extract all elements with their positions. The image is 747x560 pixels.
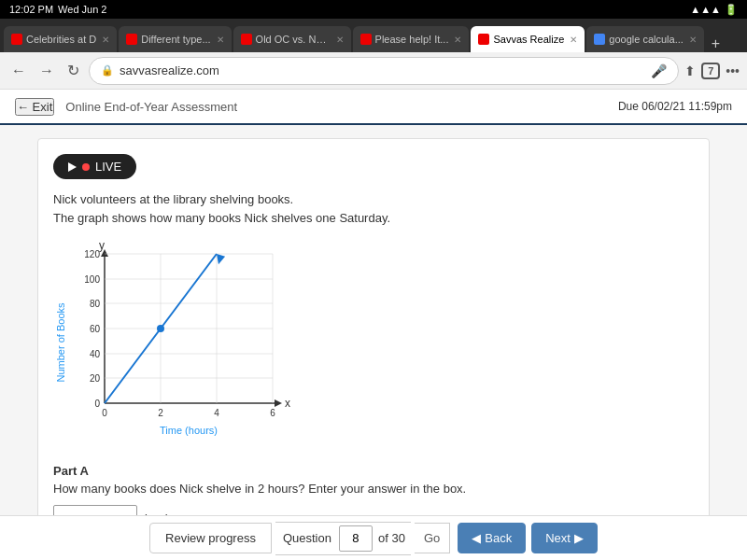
svg-text:4: 4 bbox=[214, 408, 219, 418]
bottom-bar: Review progress Question of 30 Go ◀ Back… bbox=[0, 515, 747, 560]
live-dot bbox=[82, 163, 90, 171]
favicon-6 bbox=[594, 34, 605, 45]
question-label: Question bbox=[275, 531, 339, 545]
back-button[interactable]: ◀ Back bbox=[458, 523, 526, 553]
more-button[interactable]: ••• bbox=[726, 63, 740, 78]
tab-5-close[interactable]: ✕ bbox=[570, 35, 577, 45]
tab-1-close[interactable]: ✕ bbox=[102, 35, 109, 45]
problem-text: Nick volunteers at the library shelving … bbox=[53, 190, 694, 227]
answer-unit-label: books bbox=[145, 511, 177, 516]
svg-marker-3 bbox=[275, 399, 282, 407]
question-number-input[interactable] bbox=[339, 525, 373, 552]
svg-text:0: 0 bbox=[94, 399, 100, 409]
part-a-section: Part A How many books does Nick shelve i… bbox=[53, 464, 694, 515]
y-axis-label: Number of Books bbox=[55, 302, 66, 382]
question-of-label: of 30 bbox=[373, 531, 411, 545]
tab-6-label: google calcula... bbox=[609, 34, 684, 45]
back-chevron-icon: ◀ bbox=[472, 531, 481, 545]
problem-line-1: Nick volunteers at the library shelving … bbox=[53, 190, 694, 209]
address-bar[interactable]: 🔒 savvasrealize.com 🎤 bbox=[89, 57, 679, 85]
back-nav-button[interactable]: ← bbox=[7, 61, 30, 81]
tab-2-label: Different type... bbox=[141, 34, 210, 45]
tab-5-label: Savvas Realize bbox=[493, 34, 564, 45]
favicon-3 bbox=[241, 34, 252, 45]
play-icon bbox=[68, 162, 77, 172]
svg-text:40: 40 bbox=[90, 349, 101, 359]
svg-text:6: 6 bbox=[270, 408, 275, 418]
tab-4[interactable]: Please help! It... ✕ bbox=[353, 26, 470, 52]
tab-3-close[interactable]: ✕ bbox=[336, 35, 344, 45]
exit-button[interactable]: ← Exit bbox=[15, 98, 54, 116]
graph-svg: Number of Books y x bbox=[53, 240, 296, 445]
graph-container: Number of Books y x bbox=[53, 240, 296, 445]
svg-text:60: 60 bbox=[90, 324, 101, 334]
tab-4-label: Please help! It... bbox=[375, 34, 449, 45]
svg-text:20: 20 bbox=[90, 373, 101, 384]
svg-text:80: 80 bbox=[90, 299, 101, 309]
tab-count: 7 bbox=[701, 63, 720, 79]
favicon-2 bbox=[126, 34, 137, 45]
svg-text:x: x bbox=[285, 397, 290, 410]
share-button[interactable]: ⬆ bbox=[684, 63, 696, 78]
tab-5-active[interactable]: Savvas Realize ✕ bbox=[471, 26, 585, 52]
answer-row: books bbox=[53, 505, 694, 515]
svg-text:100: 100 bbox=[84, 274, 100, 285]
day: Wed Jun 2 bbox=[58, 4, 106, 15]
next-chevron-icon: ▶ bbox=[574, 531, 584, 545]
tab-2[interactable]: Different type... ✕ bbox=[119, 26, 231, 52]
lock-icon: 🔒 bbox=[101, 64, 114, 77]
answer-input[interactable] bbox=[53, 505, 137, 515]
favicon-1 bbox=[11, 34, 22, 45]
back-label: Back bbox=[485, 531, 512, 545]
browser-actions: ⬆ 7 ••• bbox=[684, 63, 740, 79]
question-nav: Question of 30 bbox=[275, 522, 411, 555]
x-axis-label: Time (hours) bbox=[160, 425, 218, 436]
live-button[interactable]: LIVE bbox=[53, 154, 136, 179]
go-button[interactable]: Go bbox=[415, 523, 450, 553]
svg-point-28 bbox=[157, 325, 164, 332]
browser-bar: ← → ↻ 🔒 savvasrealize.com 🎤 ⬆ 7 ••• bbox=[0, 52, 747, 90]
part-a-label: Part A bbox=[53, 464, 694, 478]
status-bar: 12:02 PM Wed Jun 2 ▲▲▲ 🔋 bbox=[0, 0, 747, 19]
signal-icon: ▲▲▲ bbox=[690, 4, 721, 15]
tab-6[interactable]: google calcula... ✕ bbox=[586, 26, 704, 52]
favicon-5 bbox=[478, 34, 489, 45]
tab-3-label: Old OC vs. Ne... bbox=[256, 34, 331, 45]
browser-tabs: Celebrities at D ✕ Different type... ✕ O… bbox=[0, 19, 747, 52]
next-label: Next bbox=[545, 531, 571, 545]
content-card: LIVE Nick volunteers at the library shel… bbox=[37, 138, 710, 515]
battery-icon: 🔋 bbox=[725, 4, 738, 16]
review-progress-button[interactable]: Review progress bbox=[149, 523, 272, 553]
due-date: Due 06/02/21 11:59pm bbox=[618, 100, 732, 113]
app-header: ← Exit Online End-of-Year Assessment Due… bbox=[0, 90, 747, 125]
forward-nav-button[interactable]: → bbox=[35, 61, 58, 81]
tab-4-close[interactable]: ✕ bbox=[454, 35, 461, 45]
svg-text:2: 2 bbox=[158, 408, 163, 418]
svg-text:0: 0 bbox=[102, 408, 107, 418]
favicon-4 bbox=[360, 34, 372, 45]
tab-6-close[interactable]: ✕ bbox=[689, 35, 697, 45]
tab-1[interactable]: Celebrities at D ✕ bbox=[4, 26, 117, 52]
next-button[interactable]: Next ▶ bbox=[531, 523, 598, 553]
live-label: LIVE bbox=[95, 160, 121, 174]
main-content: LIVE Nick volunteers at the library shel… bbox=[0, 125, 747, 515]
new-tab-button[interactable]: + bbox=[706, 35, 726, 52]
part-a-question: How many books does Nick shelve in 2 hou… bbox=[53, 482, 694, 496]
svg-text:120: 120 bbox=[84, 249, 100, 259]
tab-2-close[interactable]: ✕ bbox=[217, 35, 224, 45]
tab-3[interactable]: Old OC vs. Ne... ✕ bbox=[233, 26, 351, 52]
reload-button[interactable]: ↻ bbox=[63, 60, 83, 81]
time: 12:02 PM bbox=[9, 4, 53, 15]
header-left: ← Exit Online End-of-Year Assessment bbox=[15, 98, 237, 116]
tab-1-label: Celebrities at D bbox=[26, 34, 96, 45]
problem-line-2: The graph shows how many books Nick shel… bbox=[53, 209, 694, 228]
mic-icon[interactable]: 🎤 bbox=[651, 63, 667, 78]
assessment-title: Online End-of-Year Assessment bbox=[65, 100, 237, 114]
url-text: savvasrealize.com bbox=[120, 63, 219, 77]
